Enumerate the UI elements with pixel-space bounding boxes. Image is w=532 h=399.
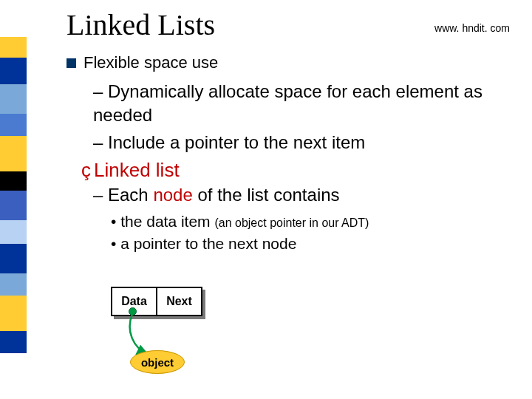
sidebar-stripe bbox=[0, 58, 27, 84]
pointer-arrow-icon bbox=[111, 287, 273, 390]
sidebar-stripes bbox=[0, 0, 27, 399]
sidebar-stripe bbox=[0, 171, 27, 191]
sidebar-stripe bbox=[0, 296, 27, 331]
sidebar-stripe bbox=[0, 37, 27, 58]
node-diagram: Data Next object bbox=[111, 287, 273, 383]
sidebar-stripe bbox=[0, 244, 27, 273]
slide-title: Linked Lists bbox=[66, 7, 215, 42]
square-bullet-icon bbox=[66, 58, 76, 68]
sidebar-stripe bbox=[0, 0, 27, 37]
linked-list-label: Linked list bbox=[94, 159, 180, 182]
node-suffix: of the list contains bbox=[193, 185, 340, 205]
bullet-text: Flexible space use bbox=[83, 53, 218, 72]
sidebar-stripe bbox=[0, 84, 27, 114]
bullet-flexible-space: Flexible space use bbox=[66, 53, 526, 72]
node-prefix: – Each bbox=[93, 185, 153, 205]
data-item-paren: (an object pointer in our ADT) bbox=[214, 216, 369, 229]
sidebar-stripe bbox=[0, 353, 27, 399]
sidebar-stripe bbox=[0, 114, 27, 136]
sidebar-stripe bbox=[0, 136, 27, 171]
subsub-data-item: • the data item (an object pointer in ou… bbox=[111, 211, 526, 233]
source-url: www. hndit. com bbox=[434, 22, 510, 34]
sidebar-stripe bbox=[0, 191, 27, 220]
sidebar-stripe bbox=[0, 273, 27, 296]
left-arrow-icon: ç bbox=[81, 159, 91, 182]
subsub-next-pointer: • a pointer to the next node bbox=[111, 233, 526, 255]
linked-list-heading: ç Linked list bbox=[81, 159, 526, 182]
slide-content: Flexible space use – Dynamically allocat… bbox=[66, 53, 526, 255]
subpoint-pointer: – Include a pointer to the next item bbox=[93, 131, 526, 154]
subpoint-allocate: – Dynamically allocate space for each el… bbox=[93, 80, 526, 128]
data-item-text: • the data item bbox=[111, 213, 214, 230]
object-oval: object bbox=[130, 350, 185, 374]
sidebar-stripe bbox=[0, 331, 27, 353]
subpoint-node: – Each node of the list contains bbox=[93, 183, 526, 207]
sidebar-stripe bbox=[0, 220, 27, 244]
node-word: node bbox=[153, 185, 192, 205]
